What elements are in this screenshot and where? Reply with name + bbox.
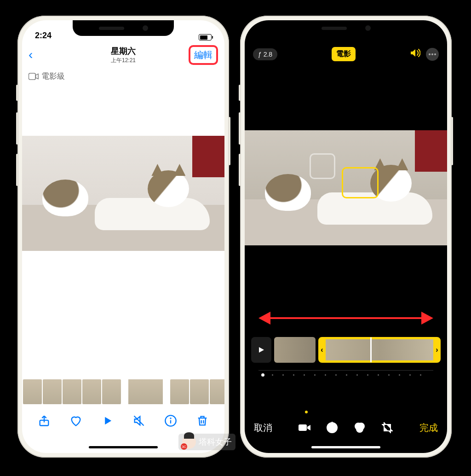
watermark-badge: 3C [181,443,187,450]
status-time: 2:24 [35,31,52,41]
phone-vol-up [16,112,18,145]
phone-power [451,117,453,165]
trim-handle-left[interactable]: ‹ [318,339,326,360]
video-preview[interactable] [22,136,224,251]
tool-filters[interactable] [353,421,367,435]
tool-adjust[interactable] [325,421,339,435]
more-button[interactable] [426,48,439,61]
share-button[interactable] [38,414,51,429]
play-button[interactable] [101,414,114,429]
video-scrubber[interactable]: ‹ › [251,337,441,363]
home-indicator[interactable] [89,446,158,448]
cinematic-label: 電影級 [41,71,65,81]
info-button[interactable] [164,414,177,429]
tool-crop[interactable] [380,421,394,435]
svg-point-6 [429,53,431,55]
trash-button[interactable] [196,414,209,429]
tool-video[interactable] [298,421,311,435]
done-button[interactable]: 完成 [419,422,438,434]
phone-power [229,117,230,165]
thumbnail-selected[interactable] [128,379,163,404]
notch [73,20,174,36]
watermark: 3C 塔科女子 [178,434,236,450]
edit-preview[interactable] [245,130,447,245]
trim-handle-right[interactable]: › [433,339,441,360]
trim-hint-arrow [258,311,433,325]
nav-title: 星期六 [111,46,136,57]
phone-mute-switch [16,85,18,101]
nav-bar: ‹ 星期六 上午12:21 編輯 [22,42,224,67]
phone-left: 2:24 ‹ 星期六 上午12:21 編輯 電影級 [17,16,229,458]
phone-mute-switch [239,85,241,101]
video-camera-icon [29,73,39,80]
selected-tool-indicator [305,411,308,413]
playhead[interactable] [370,337,372,362]
trim-region[interactable]: ‹ › [318,337,441,363]
phone-right: ƒ 2.8 電影 [240,16,452,458]
mute-button[interactable] [132,414,145,429]
focus-box[interactable] [342,167,379,198]
back-button[interactable]: ‹ [29,47,33,62]
arrow-left-icon [258,312,270,325]
svg-point-8 [434,53,436,55]
keyframe-track[interactable] [258,370,433,379]
home-indicator[interactable] [311,446,380,448]
scrubber-play-button[interactable] [251,337,271,363]
bottom-toolbar [22,408,224,435]
cancel-button[interactable]: 取消 [254,422,272,434]
svg-rect-9 [299,424,307,431]
svg-rect-0 [29,73,35,80]
aperture-button[interactable]: ƒ 2.8 [253,48,277,60]
phone-vol-down [16,154,18,186]
edit-bottom-bar: 取消 完成 [245,421,447,435]
nav-subtitle: 上午12:21 [111,57,136,64]
edit-button[interactable]: 編輯 [189,45,218,65]
arrow-right-icon [421,312,433,325]
watermark-avatar: 3C [182,435,196,449]
phone-vol-down [239,154,241,186]
sound-button[interactable] [409,48,420,61]
svg-point-11 [331,426,333,429]
svg-point-5 [170,418,171,418]
watermark-text: 塔科女子 [199,436,232,447]
cinematic-badge: 電影級 [22,67,224,85]
battery-icon [199,34,212,41]
thumbnail-strip[interactable] [22,379,224,404]
cinematic-mode-button[interactable]: 電影 [332,47,356,61]
phone-vol-up [239,112,241,145]
svg-point-16 [356,426,363,432]
svg-point-7 [431,53,433,55]
favorite-button[interactable] [69,414,82,429]
scrubber-pre-segment[interactable] [274,337,316,363]
notch [295,20,396,36]
secondary-focus-box[interactable] [310,153,335,179]
